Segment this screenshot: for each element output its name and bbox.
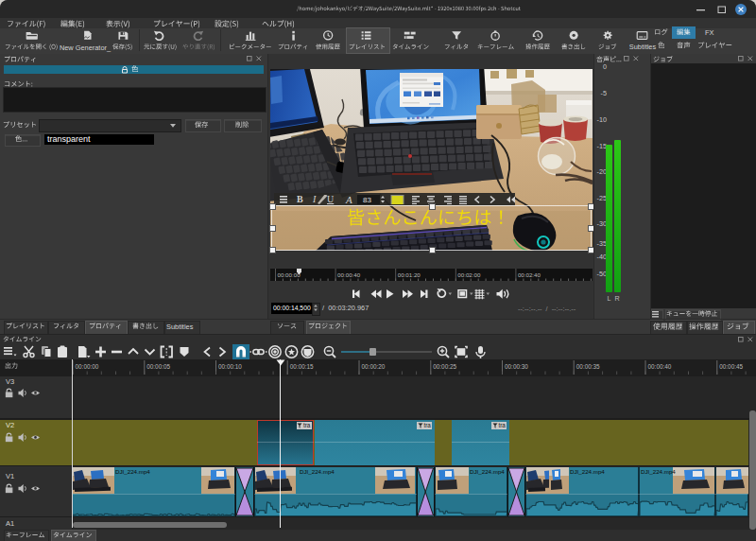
svg-text:B: B — [297, 195, 303, 204]
svg-text:00:00:40: 00:00:40 — [648, 363, 672, 370]
svg-text:00:00:30: 00:00:30 — [505, 363, 528, 370]
svg-text:00:00:20: 00:00:20 — [362, 363, 386, 370]
svg-text:00:00:45: 00:00:45 — [719, 363, 743, 370]
svg-text:I: I — [312, 195, 317, 204]
svg-text:00:00:10: 00:00:10 — [218, 363, 242, 370]
svg-text:00:00:05: 00:00:05 — [146, 363, 170, 370]
svg-text:00:01:20: 00:01:20 — [398, 271, 421, 278]
svg-text:00:02:00: 00:02:00 — [457, 271, 481, 278]
svg-text:00:00:15: 00:00:15 — [290, 363, 314, 370]
svg-text:U: U — [327, 195, 335, 204]
svg-text:00:00:35: 00:00:35 — [576, 363, 600, 370]
svg-text:83: 83 — [363, 196, 371, 204]
svg-text:00:02:40: 00:02:40 — [518, 271, 541, 278]
svg-text:00:00:00: 00:00:00 — [76, 363, 99, 370]
svg-text:A: A — [345, 195, 352, 204]
svg-text:00:00:25: 00:00:25 — [433, 363, 456, 370]
svg-text:00:00:40: 00:00:40 — [337, 271, 361, 278]
